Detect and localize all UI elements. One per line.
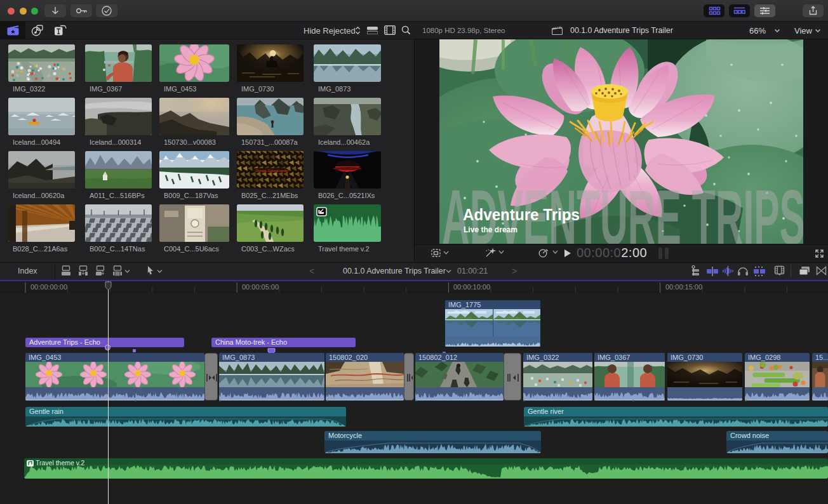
svg-text:Live the dream: Live the dream	[464, 225, 518, 234]
svg-text:Olympic Cultural center: Olympic Cultural center	[255, 169, 288, 173]
svg-text:Adventure Trips: Adventure Trips	[463, 205, 580, 224]
